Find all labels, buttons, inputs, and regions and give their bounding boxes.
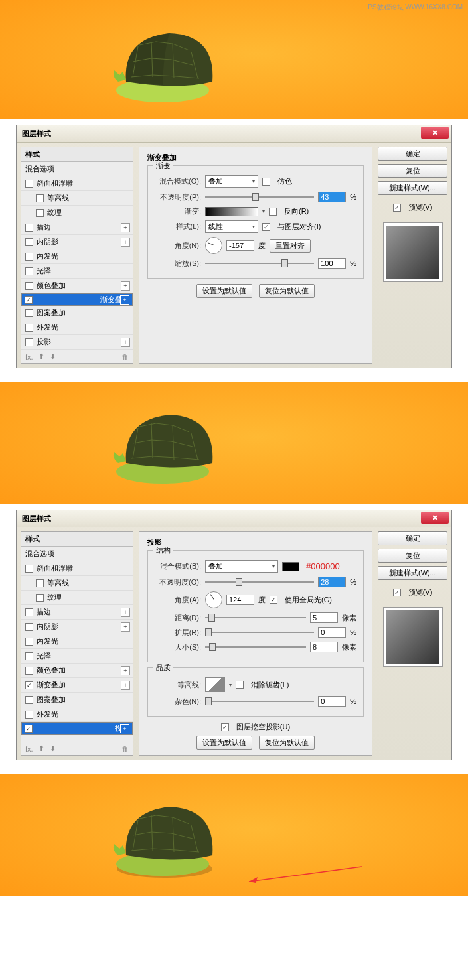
angle-value[interactable]: -157 (226, 240, 254, 251)
style-drop-shadow[interactable]: 投影+ (21, 722, 133, 735)
distance-slider[interactable] (205, 613, 306, 622)
blend-options-item[interactable]: 混合选项 (21, 162, 133, 176)
new-style-button[interactable]: 新建样式(W)... (378, 181, 447, 195)
style-pattern-overlay[interactable]: 图案叠加 (21, 306, 133, 320)
fx-icon[interactable]: fx. (25, 353, 33, 361)
noise-slider[interactable] (205, 697, 314, 706)
plus-icon[interactable]: + (121, 681, 130, 690)
style-texture[interactable]: 纹理 (21, 591, 133, 605)
checkbox[interactable] (25, 652, 33, 660)
opacity-slider[interactable] (205, 577, 314, 587)
checkbox[interactable] (25, 623, 33, 631)
checkbox[interactable] (25, 253, 33, 261)
shadow-color-swatch[interactable] (282, 562, 299, 571)
style-inner-glow[interactable]: 内发光 (21, 634, 133, 649)
ok-button[interactable]: 确定 (378, 531, 447, 545)
style-color-overlay[interactable]: 颜色叠加+ (21, 664, 133, 678)
style-inner-shadow[interactable]: 内阴影+ (21, 235, 133, 249)
style-gloss[interactable]: 光泽 (21, 264, 133, 279)
checkbox[interactable] (25, 565, 33, 573)
checkbox[interactable] (36, 209, 44, 217)
new-style-button[interactable]: 新建样式(W)... (378, 566, 447, 580)
distance-value[interactable]: 5 (310, 612, 338, 623)
style-texture[interactable]: 纹理 (21, 206, 133, 220)
style-outer-glow[interactable]: 外发光 (21, 707, 133, 722)
plus-icon[interactable]: + (120, 724, 129, 733)
arrow-down-icon[interactable]: ⬇ (50, 744, 56, 753)
reset-button[interactable]: 复位 (378, 549, 447, 563)
style-outer-glow[interactable]: 外发光 (21, 320, 133, 335)
arrow-down-icon[interactable]: ⬇ (50, 352, 56, 361)
spread-slider[interactable] (205, 628, 314, 637)
reset-default-button[interactable]: 复位为默认值 (259, 736, 315, 750)
checkbox[interactable] (25, 681, 33, 689)
reverse-checkbox[interactable] (269, 208, 277, 216)
checkbox[interactable] (25, 180, 33, 188)
set-default-button[interactable]: 设置为默认值 (196, 284, 252, 298)
plus-icon[interactable]: + (121, 281, 130, 291)
checkbox[interactable] (36, 594, 44, 602)
checkbox[interactable] (25, 324, 33, 332)
style-bevel[interactable]: 斜面和浮雕 (21, 176, 133, 191)
ok-button[interactable]: 确定 (378, 147, 447, 161)
checkbox[interactable] (25, 309, 33, 317)
style-color-overlay[interactable]: 颜色叠加+ (21, 279, 133, 293)
style-stroke[interactable]: 描边+ (21, 220, 133, 235)
plus-icon[interactable]: + (121, 223, 130, 232)
style-inner-shadow[interactable]: 内阴影+ (21, 620, 133, 634)
checkbox[interactable] (25, 282, 33, 290)
opacity-value[interactable]: 28 (318, 577, 346, 587)
angle-dial[interactable] (205, 237, 222, 254)
reset-button[interactable]: 复位 (378, 164, 447, 178)
checkbox[interactable] (25, 224, 33, 232)
gradient-preview[interactable] (205, 207, 258, 216)
angle-dial[interactable] (205, 591, 222, 608)
scale-value[interactable]: 100 (318, 258, 346, 269)
blend-mode-select[interactable]: 叠加▾ (205, 175, 258, 188)
plus-icon[interactable]: + (121, 622, 130, 632)
preview-checkbox[interactable] (393, 589, 401, 596)
arrow-up-icon[interactable]: ⬆ (39, 352, 44, 361)
antialias-checkbox[interactable] (236, 681, 244, 689)
blend-mode-select[interactable]: 叠加▾ (205, 560, 278, 573)
close-button[interactable]: ✕ (421, 512, 449, 524)
reset-default-button[interactable]: 复位为默认值 (259, 284, 315, 298)
checkbox[interactable] (36, 579, 44, 587)
align-checkbox[interactable] (262, 223, 270, 231)
chevron-down-icon[interactable]: ▾ (229, 682, 232, 688)
style-drop-shadow[interactable]: 投影+ (21, 335, 133, 350)
plus-icon[interactable]: + (121, 238, 130, 247)
dither-checkbox[interactable] (262, 178, 270, 186)
style-inner-glow[interactable]: 内发光 (21, 249, 133, 264)
close-button[interactable]: ✕ (421, 127, 449, 139)
style-contour[interactable]: 等高线 (21, 576, 133, 591)
preview-checkbox[interactable] (393, 204, 401, 212)
style-gradient-overlay[interactable]: 渐变叠加+ (21, 678, 133, 693)
style-bevel[interactable]: 斜面和浮雕 (21, 561, 133, 576)
style-pattern-overlay[interactable]: 图案叠加 (21, 693, 133, 707)
reset-align-button[interactable]: 重置对齐 (270, 239, 311, 253)
checkbox[interactable] (25, 608, 33, 616)
blend-options-item[interactable]: 混合选项 (21, 547, 133, 561)
style-gradient-overlay[interactable]: 渐变叠加+ (21, 293, 133, 306)
opacity-slider[interactable] (205, 192, 314, 202)
scale-slider[interactable] (205, 259, 314, 268)
style-select[interactable]: 线性▾ (205, 220, 258, 233)
trash-icon[interactable]: 🗑 (121, 353, 129, 361)
checkbox[interactable] (36, 194, 44, 202)
trash-icon[interactable]: 🗑 (121, 745, 129, 753)
noise-value[interactable]: 0 (318, 696, 346, 707)
checkbox[interactable] (25, 638, 33, 646)
checkbox[interactable] (25, 711, 33, 719)
knockout-checkbox[interactable] (221, 723, 229, 731)
plus-icon[interactable]: + (121, 608, 130, 617)
size-slider[interactable] (205, 642, 306, 652)
checkbox[interactable] (25, 667, 33, 675)
checkbox[interactable] (25, 338, 33, 346)
size-value[interactable]: 8 (310, 642, 338, 652)
chevron-down-icon[interactable]: ▾ (262, 208, 265, 214)
contour-picker[interactable] (205, 677, 225, 692)
set-default-button[interactable]: 设置为默认值 (196, 736, 252, 750)
opacity-value[interactable]: 43 (318, 192, 346, 202)
style-stroke[interactable]: 描边+ (21, 605, 133, 620)
